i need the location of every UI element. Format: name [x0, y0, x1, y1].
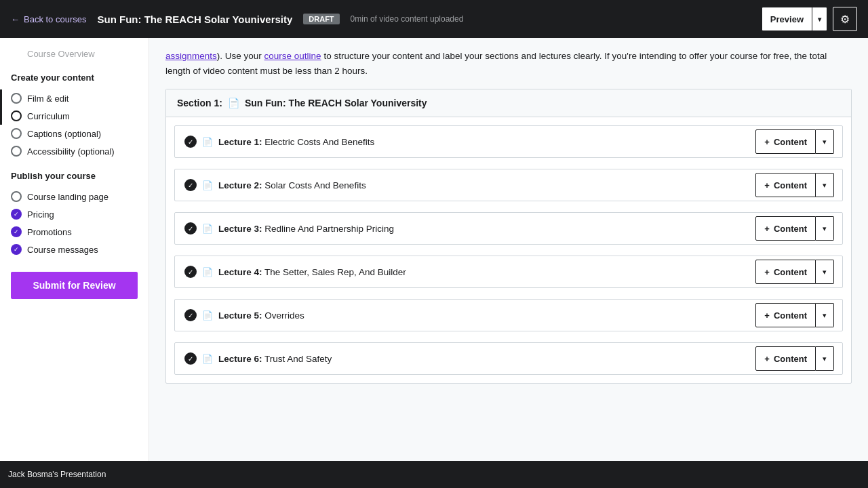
- lecture-6-expand-button[interactable]: ▾: [816, 346, 834, 371]
- section-card: Section 1: 📄 Sun Fun: The REACH Solar Yo…: [165, 89, 852, 384]
- sidebar-label-landing-page: Course landing page: [27, 192, 108, 202]
- lecture-2-left: ✓ 📄 Lecture 2: Solar Costs And Benefits: [175, 179, 755, 191]
- sidebar-item-pricing[interactable]: ✓ Pricing: [11, 205, 138, 223]
- lecture-1-left: ✓ 📄 Lecture 1: Electric Costs And Benefi…: [175, 136, 755, 148]
- navbar: ← Back to courses Sun Fun: The REACH Sol…: [0, 0, 868, 38]
- sidebar-label-promotions: Promotions: [27, 227, 72, 237]
- back-to-courses-link[interactable]: ← Back to courses: [11, 14, 87, 24]
- lecture-3-name: Redline And Partnership Pricing: [264, 224, 394, 234]
- publish-section-title: Publish your course: [11, 171, 138, 181]
- lecture-4-num: Lecture 4:: [218, 267, 262, 277]
- sidebar-item-film-edit[interactable]: Film & edit: [11, 89, 138, 107]
- lecture-4-add-content-button[interactable]: + Content: [755, 260, 816, 284]
- lecture-6-actions: + Content ▾: [755, 346, 842, 371]
- sidebar-item-captions[interactable]: Captions (optional): [11, 125, 138, 142]
- lecture-5-expand-button[interactable]: ▾: [816, 303, 834, 327]
- lecture-row: ✓ 📄 Lecture 2: Solar Costs And Benefits …: [174, 169, 843, 201]
- plus-icon-3: +: [764, 224, 770, 234]
- submit-for-review-button[interactable]: Submit for Review: [11, 272, 138, 299]
- lecture-4-actions: + Content ▾: [755, 260, 842, 284]
- preview-dropdown-arrow[interactable]: ▾: [812, 7, 827, 30]
- sidebar-label-film-edit: Film & edit: [27, 94, 68, 104]
- top-description: assignments). Use your course outline to…: [165, 49, 852, 78]
- lecture-row: ✓ 📄 Lecture 3: Redline And Partnership P…: [174, 212, 843, 245]
- lecture-5-left: ✓ 📄 Lecture 5: Overrides: [175, 309, 755, 321]
- lecture-1-check: ✓: [184, 136, 197, 148]
- taskbar-label: Jack Bosma's Presentation: [8, 470, 106, 479]
- sidebar-label-captions: Captions (optional): [27, 129, 101, 139]
- lecture-2-expand-button[interactable]: ▾: [816, 173, 834, 197]
- lecture-1-expand-button[interactable]: ▾: [816, 129, 834, 154]
- assignments-link[interactable]: assignments: [165, 51, 217, 61]
- check-course-messages: ✓: [11, 244, 22, 255]
- lecture-3-title: Lecture 3: Redline And Partnership Prici…: [218, 224, 394, 234]
- lecture-row: ✓ 📄 Lecture 5: Overrides + Content ▾: [174, 299, 843, 331]
- plus-icon: +: [764, 137, 770, 147]
- navbar-actions: Preview ▾ ⚙: [762, 7, 857, 31]
- lecture-row: ✓ 📄 Lecture 6: Trust And Safety + Conten…: [174, 342, 843, 375]
- content-label-4: Content: [774, 267, 807, 277]
- settings-button[interactable]: ⚙: [833, 7, 857, 31]
- sidebar-item-promotions[interactable]: ✓ Promotions: [11, 223, 138, 241]
- lecture-3-num: Lecture 3:: [218, 224, 262, 234]
- back-label: Back to courses: [24, 14, 87, 24]
- lecture-2-doc-icon: 📄: [202, 180, 213, 190]
- preview-label: Preview: [762, 14, 812, 24]
- sidebar-label-pricing: Pricing: [27, 209, 54, 220]
- plus-icon-4: +: [764, 267, 770, 277]
- course-title: Sun Fun: The REACH Solar Youniversity: [98, 14, 293, 25]
- lecture-6-add-content-button[interactable]: + Content: [755, 346, 816, 371]
- lecture-5-doc-icon: 📄: [202, 310, 213, 321]
- sidebar-item-curriculum[interactable]: Curriculum: [0, 107, 138, 125]
- doc-icon: 📄: [228, 98, 239, 108]
- gear-icon: ⚙: [840, 13, 850, 26]
- course-outline-link[interactable]: course outline: [264, 51, 321, 61]
- sidebar-item-landing-page[interactable]: Course landing page: [11, 188, 138, 205]
- lecture-4-name: The Setter, Sales Rep, And Builder: [264, 267, 406, 277]
- lecture-1-name: Electric Costs And Benefits: [264, 137, 374, 147]
- lecture-2-add-content-button[interactable]: + Content: [755, 173, 816, 197]
- create-section-title: Create your content: [11, 73, 138, 83]
- lecture-5-check: ✓: [184, 309, 197, 321]
- check-pricing: ✓: [11, 209, 22, 220]
- sidebar: Course Overview Create your content Film…: [0, 38, 149, 488]
- submit-label: Submit for Review: [33, 280, 115, 291]
- lecture-1-add-content-button[interactable]: + Content: [755, 129, 816, 154]
- sidebar-item-course-overview[interactable]: Course Overview: [11, 46, 138, 62]
- lecture-3-expand-button[interactable]: ▾: [816, 216, 834, 241]
- radio-film-edit: [11, 93, 22, 104]
- section-title: Sun Fun: The REACH Solar Youniversity: [245, 98, 427, 108]
- arrow-left-icon: ←: [11, 14, 20, 24]
- lecture-3-doc-icon: 📄: [202, 224, 213, 234]
- preview-button[interactable]: Preview ▾: [762, 7, 827, 31]
- lecture-5-num: Lecture 5:: [218, 310, 262, 321]
- lecture-1-title: Lecture 1: Electric Costs And Benefits: [218, 137, 374, 147]
- lecture-3-add-content-button[interactable]: + Content: [755, 216, 816, 241]
- upload-status: 0min of video content uploaded: [351, 14, 751, 24]
- radio-accessibility: [11, 146, 22, 157]
- sidebar-label-course-messages: Course messages: [27, 245, 98, 255]
- plus-icon-5: +: [764, 310, 770, 321]
- sidebar-label-curriculum: Curriculum: [27, 111, 70, 121]
- plus-icon-2: +: [764, 180, 770, 190]
- content-label-3: Content: [774, 224, 807, 234]
- sidebar-item-course-messages[interactable]: ✓ Course messages: [11, 241, 138, 258]
- lectures-list: ✓ 📄 Lecture 1: Electric Costs And Benefi…: [166, 117, 851, 383]
- lecture-5-add-content-button[interactable]: + Content: [755, 303, 816, 327]
- section-header: Section 1: 📄 Sun Fun: The REACH Solar Yo…: [166, 89, 851, 117]
- sidebar-item-accessibility[interactable]: Accessibility (optional): [11, 142, 138, 160]
- lecture-1-doc-icon: 📄: [202, 137, 213, 147]
- lecture-3-left: ✓ 📄 Lecture 3: Redline And Partnership P…: [175, 222, 755, 235]
- sidebar-label-accessibility: Accessibility (optional): [27, 146, 115, 157]
- check-promotions: ✓: [11, 226, 22, 237]
- taskbar: Jack Bosma's Presentation: [0, 461, 868, 488]
- content-label-2: Content: [774, 180, 807, 190]
- lecture-2-actions: + Content ▾: [755, 173, 842, 197]
- lecture-4-expand-button[interactable]: ▾: [816, 260, 834, 284]
- radio-curriculum: [11, 110, 22, 121]
- lecture-4-left: ✓ 📄 Lecture 4: The Setter, Sales Rep, An…: [175, 266, 755, 278]
- lecture-5-title: Lecture 5: Overrides: [218, 310, 304, 321]
- lecture-row: ✓ 📄 Lecture 1: Electric Costs And Benefi…: [174, 125, 843, 158]
- main-layout: Course Overview Create your content Film…: [0, 38, 868, 488]
- section-label: Section 1:: [177, 98, 222, 108]
